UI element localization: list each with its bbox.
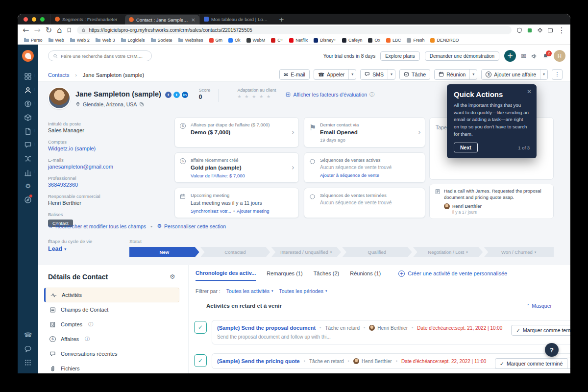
task-title-link[interactable]: (Sample) Send the pricing quote (217, 358, 300, 364)
close-tab-icon[interactable]: × (191, 17, 196, 23)
stage-contacted[interactable]: Contacted▾ (200, 247, 270, 257)
customize-section-link[interactable]: ⚙Personnaliser cette section (157, 223, 226, 229)
stage-qualified[interactable]: Qualified▾ (342, 247, 412, 257)
stage-won[interactable]: Won / Churned▾ (484, 247, 554, 257)
browser-menu-kebab-icon[interactable]: ⋮ (558, 25, 565, 35)
bookmark-item[interactable]: Gm (207, 37, 225, 43)
minimize-window-button[interactable] (32, 17, 36, 22)
task-card[interactable]: (Sample) Send the proposal document • Tâ… (212, 320, 570, 344)
sms-button[interactable]: SMS▾ (360, 69, 395, 80)
close-window-button[interactable] (24, 17, 28, 22)
bookmark-item[interactable]: Websites (176, 37, 206, 43)
breadcrumb-contacts-link[interactable]: Contacts (48, 72, 69, 78)
info-icon[interactable]: ⓘ (369, 91, 374, 98)
conversations-icon[interactable]: ⋮ (24, 141, 32, 149)
notifications-bell-icon[interactable]: 2 (542, 53, 549, 59)
more-actions-kebab-icon[interactable]: ⋮ (552, 69, 563, 80)
adblock-extension-icon[interactable] (527, 27, 533, 33)
bookmark-item[interactable]: Logiciels (119, 37, 147, 43)
bookmark-item[interactable]: Web 2 (68, 37, 92, 43)
deals-by-stage-card[interactable]: $ Affaires par étape de l'affaire ($ 7,0… (174, 117, 299, 147)
next-button[interactable]: Next (454, 143, 478, 152)
tab-notes[interactable]: Remarques (1) (267, 270, 302, 281)
bookmark-item[interactable]: Disney+ (311, 37, 339, 43)
explore-plans-button[interactable]: Explore plans (380, 51, 420, 61)
facebook-icon[interactable]: f (165, 92, 172, 98)
bookmark-item[interactable]: Web (46, 37, 67, 43)
phone-icon[interactable]: ☎ (24, 331, 32, 339)
bookmark-item[interactable]: Cafeyn (340, 37, 365, 43)
apps-grid-icon[interactable] (24, 359, 32, 367)
bookmark-item[interactable]: WebM (244, 37, 268, 43)
deals-icon[interactable]: ⋮ (24, 100, 32, 108)
zoom-window-button[interactable] (40, 17, 45, 22)
new-tab-button[interactable]: + (274, 16, 289, 23)
url-bar[interactable]: https://logicielspro-org.myfreshworks.co… (77, 26, 512, 34)
info-icon[interactable]: ⓘ (88, 321, 93, 328)
bookmark-item[interactable]: LBC (384, 37, 404, 43)
chevron-down-icon[interactable]: ▾ (540, 70, 547, 79)
add-deal-button[interactable]: $Ajouter une affaire▾ (481, 69, 548, 80)
recent-deal-card[interactable]: $ affaire récemment crééGold plan (sampl… (174, 152, 299, 183)
call-button[interactable]: ☎Appeler▾ (314, 69, 356, 80)
menu-item-deals[interactable]: $Affairesⓘ (44, 332, 179, 346)
menu-item-activities[interactable]: Activités (44, 288, 179, 302)
menu-item-files[interactable]: Fichiers (44, 361, 179, 373)
announcements-icon[interactable] (531, 53, 538, 59)
task-check-icon[interactable]: ✓ (194, 354, 207, 367)
bookmark-item[interactable]: Perso (22, 37, 45, 43)
freshworks-logo[interactable] (22, 50, 34, 62)
task-card[interactable]: (Sample) Send the pricing quote • Tâche … (212, 353, 570, 369)
browser-tab-contact[interactable]: Contact : Jane Sampleton (sam × (125, 15, 199, 24)
create-custom-activity-link[interactable]: +Créer une activité de vente personnalis… (398, 270, 507, 281)
search-input[interactable] (61, 53, 147, 59)
bookmark-item[interactable]: Ok (226, 37, 243, 43)
email-inbox-icon[interactable]: ✉ (521, 52, 526, 60)
add-meeting-link[interactable]: Ajouter meeting (237, 208, 270, 214)
chevron-down-icon[interactable]: ▾ (388, 70, 395, 79)
score-factors-link[interactable]: Afficher les facteurs d'évaluation ⓘ (286, 91, 374, 98)
chevron-down-icon[interactable]: ▾ (469, 70, 477, 79)
lifecycle-stage-dropdown[interactable]: Lead▾ (48, 245, 66, 252)
email-button[interactable]: ✉E-mail (279, 69, 310, 80)
bookmark-item[interactable]: Ox (366, 37, 383, 43)
bookmark-item[interactable]: Societe (148, 37, 175, 43)
crm-search[interactable] (48, 50, 152, 61)
browser-tab-dashboard[interactable]: Mon tableau de bord | Logiciels.Pro (199, 14, 274, 24)
contacts-icon[interactable]: ⋮ (24, 86, 32, 94)
bookmark-item[interactable]: Netflix (287, 37, 310, 43)
search-edit-fields-link[interactable]: Rechercher et modifier tous les champs (48, 223, 146, 229)
request-demo-button[interactable]: Demander une démonstration (425, 51, 499, 61)
analytics-icon[interactable]: ⋮ (24, 169, 32, 176)
stage-negotiation[interactable]: Negotiation / Lost▾ (413, 247, 483, 257)
tab-tasks[interactable]: Tâches (2) (314, 270, 340, 281)
quick-add-button[interactable]: + (504, 50, 516, 62)
side-panel-icon[interactable] (547, 27, 553, 33)
settings-icon[interactable]: ⚙ (24, 182, 32, 190)
mark-done-button[interactable]: ✓Marquer comme terminé (511, 325, 570, 336)
deal-value-link[interactable]: Valeur de l'Affaire: $ 7,000 (191, 173, 245, 178)
close-icon[interactable]: ✕ (527, 88, 532, 95)
note-item[interactable]: Had a call with James. Requested the pro… (429, 184, 554, 219)
reload-icon[interactable]: ↻ (46, 25, 52, 35)
copy-icon[interactable] (139, 102, 144, 107)
products-icon[interactable] (24, 114, 32, 122)
chevron-right-icon[interactable]: › (292, 128, 294, 137)
extensions-puzzle-icon[interactable] (537, 27, 543, 33)
bookmark-item[interactable]: Web 3 (93, 37, 118, 43)
automations-icon[interactable] (24, 155, 32, 163)
user-avatar[interactable]: H (554, 50, 565, 62)
bookmark-icon[interactable] (67, 27, 72, 33)
forward-icon[interactable]: → (34, 25, 40, 35)
shield-extension-icon[interactable] (516, 27, 522, 33)
sync-calendar-link[interactable]: Synchronisez votr... (191, 208, 231, 214)
menu-item-accounts[interactable]: Comptesⓘ (44, 317, 179, 332)
task-check-icon[interactable]: ✓ (194, 321, 207, 334)
bookmark-item[interactable]: C+ (269, 37, 286, 43)
linkedin-icon[interactable]: in (182, 92, 188, 98)
stage-interested[interactable]: Interested / Unqualified▾ (271, 247, 341, 257)
bookmark-item[interactable]: DENDREO (428, 37, 461, 43)
menu-item-contact-fields[interactable]: Champs de Contact (44, 302, 179, 317)
gear-icon[interactable]: ⚙ (170, 273, 175, 280)
menu-item-conversations[interactable]: Conversations récentes (44, 346, 179, 361)
